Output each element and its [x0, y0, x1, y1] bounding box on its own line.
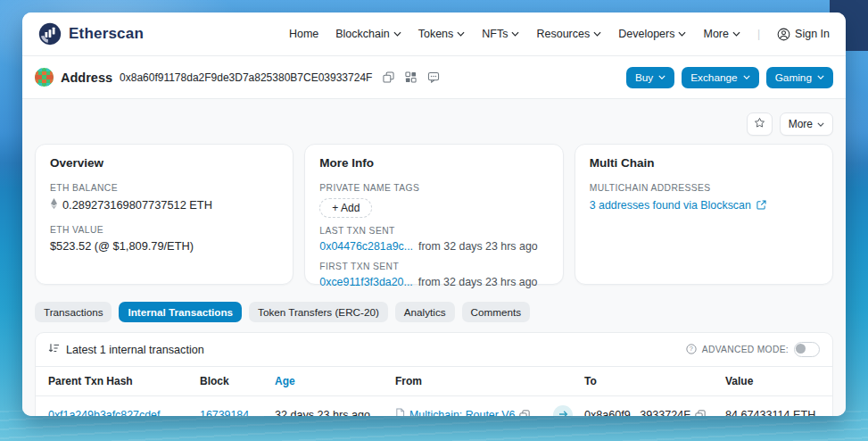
page-content: More Overview ETH BALANCE 0.289273169807… [22, 99, 846, 416]
page-title: Address [61, 71, 112, 85]
col-value: Value [725, 367, 820, 395]
more-options-button[interactable]: More [780, 112, 833, 136]
nav-item-blockchain[interactable]: Blockchain [335, 28, 401, 40]
from-address-link[interactable]: Multichain: Router V6 [409, 409, 515, 416]
site-header: Etherscan Home Blockchain Tokens NFTs Re… [22, 12, 846, 56]
eth-value: $523.52 (@ $1,809.79/ETH) [50, 239, 278, 253]
chevron-down-icon [732, 31, 740, 37]
col-to: To [584, 367, 725, 395]
age-value: 32 days 23 hrs ago [275, 409, 370, 416]
etherscan-logo-icon [38, 22, 62, 46]
sort-icon [48, 343, 60, 356]
nav-divider: | [757, 28, 760, 40]
star-icon [754, 117, 765, 131]
exchange-button[interactable]: Exchange [682, 67, 758, 88]
copy-address-icon[interactable] [383, 71, 394, 83]
advanced-mode-toggle[interactable] [794, 342, 820, 357]
chevron-down-icon [393, 31, 401, 37]
brand[interactable]: Etherscan [38, 22, 144, 46]
tab-transactions[interactable]: Transactions [35, 302, 112, 322]
multichain-card: Multi Chain MULTICHAIN ADDRESSES 3 addre… [575, 144, 833, 285]
block-link[interactable]: 16739184 [200, 409, 249, 416]
table-row: 0xf1a249b3afc827cdef... 16739184 32 days… [36, 396, 832, 416]
parent-txn-hash-link[interactable]: 0xf1a249b3afc827cdef... [48, 409, 169, 416]
nav-item-more[interactable]: More [703, 28, 740, 40]
main-nav: Home Blockchain Tokens NFTs Resources De… [289, 28, 830, 41]
address-blockie-avatar [35, 68, 54, 87]
buy-button[interactable]: Buy [626, 67, 674, 88]
chevron-down-icon [817, 122, 824, 127]
last-txn-link[interactable]: 0x04476c281a9c... [319, 240, 413, 253]
chevron-down-icon [593, 31, 601, 37]
direction-in-badge [553, 405, 573, 416]
toggle-knob [796, 344, 806, 354]
favorite-star-button[interactable] [747, 112, 773, 136]
nav-item-resources[interactable]: Resources [536, 28, 601, 40]
add-name-tag-button[interactable]: + Add [319, 198, 372, 218]
qr-code-icon[interactable] [405, 71, 417, 83]
help-icon[interactable]: ? [686, 344, 697, 356]
person-circle-icon [777, 28, 790, 41]
nav-item-tokens[interactable]: Tokens [418, 28, 466, 40]
copy-to-icon[interactable] [695, 410, 706, 416]
tab-token-transfers[interactable]: Token Transfers (ERC-20) [249, 302, 388, 322]
table-header-row: Parent Txn Hash Block Age From To Value [36, 367, 832, 396]
eth-balance-value: 0.289273169807737512 ETH [50, 197, 278, 212]
gaming-button[interactable]: Gaming [766, 67, 833, 88]
table-summary: Latest 1 internal transaction [66, 344, 204, 356]
copy-from-icon[interactable] [519, 410, 530, 416]
nav-item-nfts[interactable]: NFTs [482, 28, 519, 40]
external-link-icon [756, 197, 766, 213]
tab-analytics[interactable]: Analytics [395, 302, 455, 322]
chevron-down-icon [457, 31, 465, 37]
chevron-down-icon [817, 75, 824, 79]
col-block: Block [200, 367, 275, 395]
value-amount: 84.67433114 ETH [725, 409, 815, 416]
browser-window: Etherscan Home Blockchain Tokens NFTs Re… [22, 12, 846, 416]
overview-title: Overview [50, 156, 278, 170]
advanced-mode-label: ADVANCED MODE: [702, 345, 789, 354]
chevron-down-icon [511, 31, 519, 37]
nav-item-home[interactable]: Home [289, 28, 318, 40]
to-address: 0x8a60f9...3933724F [584, 409, 690, 416]
blockscan-link[interactable]: 3 addresses found via Blockscan [590, 199, 751, 212]
more-info-card: More Info PRIVATE NAME TAGS + Add LAST T… [304, 144, 563, 285]
chevron-down-icon [678, 31, 686, 37]
brand-name: Etherscan [69, 25, 144, 43]
file-icon [395, 408, 405, 416]
tab-internal-transactions[interactable]: Internal Transactions [119, 302, 242, 322]
address-value: 0x8a60f91178da2F9de3D7a825380B7CE0393372… [120, 71, 372, 84]
address-header: Address 0x8a60f91178da2F9de3D7a825380B7C… [22, 56, 846, 99]
nav-item-developers[interactable]: Developers [618, 28, 686, 40]
sign-in-button[interactable]: Sign In [777, 28, 830, 41]
col-from: From [395, 367, 553, 395]
col-age[interactable]: Age [275, 367, 395, 395]
chevron-down-icon [658, 75, 665, 79]
col-parent-txn-hash: Parent Txn Hash [48, 367, 200, 395]
col-direction [553, 373, 584, 389]
overview-card: Overview ETH BALANCE 0.28927316980773751… [35, 144, 293, 285]
comment-icon[interactable] [427, 71, 440, 83]
arrow-right-icon [558, 409, 568, 416]
svg-text:?: ? [690, 345, 693, 353]
tab-bar: Transactions Internal Transactions Token… [35, 302, 833, 322]
more-info-title: More Info [319, 156, 548, 170]
first-txn-link[interactable]: 0xce911f3f3da20... [319, 276, 413, 288]
tab-comments[interactable]: Comments [462, 302, 531, 322]
internal-transactions-panel: Latest 1 internal transaction ? ADVANCED… [35, 332, 833, 416]
chevron-down-icon [743, 75, 750, 79]
multichain-title: Multi Chain [590, 156, 818, 170]
eth-diamond-icon [50, 197, 58, 212]
